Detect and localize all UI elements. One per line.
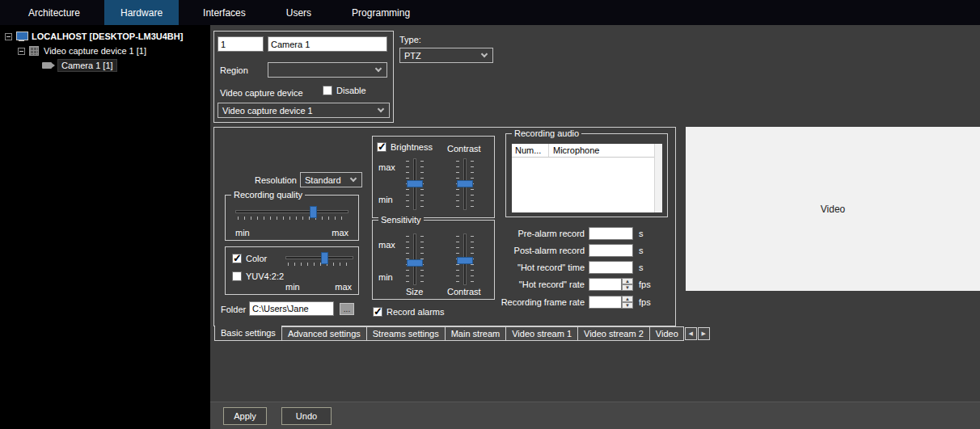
nav-tab-hardware[interactable]: Hardware — [104, 0, 179, 25]
audio-table-header: Num... Microphone — [512, 144, 654, 158]
brightness-checkbox-row[interactable]: Brightness — [377, 142, 433, 152]
min-label: min — [285, 282, 300, 292]
collapse-icon[interactable] — [18, 48, 25, 55]
video-preview-label: Video — [821, 204, 845, 215]
camera-icon — [42, 62, 52, 69]
hot-record-rate-label: "Hot record" rate — [479, 280, 585, 289]
video-capture-device-dropdown[interactable]: Video capture device 1 — [218, 103, 390, 118]
pre-alarm-record-input[interactable] — [589, 227, 633, 240]
color-slider[interactable] — [285, 252, 353, 267]
slider-track[interactable] — [285, 256, 353, 259]
slider-thumb[interactable] — [457, 257, 473, 264]
tab-advanced-settings[interactable]: Advanced settings — [282, 326, 367, 341]
disable-checkbox-row[interactable]: Disable — [323, 86, 366, 95]
type-dropdown[interactable]: PTZ — [399, 48, 493, 63]
sensitivity-contrast-slider[interactable] — [455, 233, 475, 285]
tree-item-localhost[interactable]: LOCALHOST [DESKTOP-LM3U4BH] — [5, 30, 183, 43]
computer-icon — [16, 32, 27, 41]
apply-button[interactable]: Apply — [223, 407, 267, 425]
type-value: PTZ — [404, 51, 421, 61]
max-label: max — [378, 162, 395, 172]
chevron-down-icon — [481, 50, 488, 57]
tree-item-label: Video capture device 1 [1] — [44, 46, 146, 56]
tab-streams-settings[interactable]: Streams settings — [367, 326, 446, 341]
yuv-label: YUV4:2:2 — [246, 271, 284, 281]
tree-item-camera-1[interactable]: Camera 1 [1] — [42, 59, 116, 72]
tab-video[interactable]: Video — [650, 326, 684, 341]
spin-down-icon[interactable]: ▼ — [622, 302, 633, 309]
tab-video-stream-1[interactable]: Video stream 1 — [506, 326, 578, 341]
folder-label: Folder — [221, 305, 246, 314]
folder-input[interactable]: C:\Users\Jane — [249, 301, 334, 316]
slider-thumb[interactable] — [321, 252, 328, 264]
tab-scroll-right-icon[interactable]: ▶ — [698, 327, 710, 340]
hot-record-time-unit: s — [639, 263, 644, 272]
tab-scroll-left-icon[interactable]: ◀ — [685, 327, 697, 340]
recording-audio-table[interactable]: Num... Microphone — [512, 144, 662, 212]
tab-video-stream-2[interactable]: Video stream 2 — [578, 326, 650, 341]
hot-record-rate-unit: fps — [639, 280, 651, 289]
slider-thumb[interactable] — [407, 180, 423, 187]
nav-tab-users[interactable]: Users — [270, 0, 327, 25]
undo-button[interactable]: Undo — [281, 407, 332, 425]
tree-item-video-capture-device[interactable]: Video capture device 1 [1] — [18, 44, 146, 57]
color-checkbox-row[interactable]: Color — [232, 254, 267, 263]
camera-name-input[interactable]: Camera 1 — [268, 36, 387, 52]
contrast-label: Contrast — [447, 144, 481, 154]
contrast-slider[interactable] — [455, 158, 475, 210]
collapse-icon[interactable] — [5, 33, 12, 40]
app-window: Architecture Hardware Interfaces Users P… — [0, 0, 980, 429]
sensitivity-size-slider[interactable] — [405, 233, 425, 285]
capture-device-icon — [29, 46, 39, 56]
hot-record-rate-input[interactable] — [589, 278, 622, 291]
audio-table-scrollbar[interactable] — [654, 144, 662, 212]
sensitivity-group: Sensitivity max min Size Contrast — [372, 220, 495, 300]
post-alarm-record-input[interactable] — [589, 244, 633, 257]
record-alarms-label: Record alarms — [387, 307, 445, 317]
device-tree-sidebar: LOCALHOST [DESKTOP-LM3U4BH] Video captur… — [0, 25, 210, 429]
pre-alarm-record-label: Pre-alarm record — [479, 229, 585, 238]
resolution-label: Resolution — [250, 175, 297, 185]
recording-frame-rate-input[interactable] — [589, 296, 622, 309]
recording-frame-rate-label: Recording frame rate — [479, 297, 585, 307]
brightness-checkbox[interactable] — [377, 142, 387, 152]
spin-down-icon[interactable]: ▼ — [622, 284, 633, 291]
tab-basic-settings[interactable]: Basic settings — [214, 326, 282, 341]
spin-up-icon[interactable]: ▲ — [622, 296, 633, 302]
nav-tab-programming[interactable]: Programming — [336, 0, 426, 25]
brightness-slider[interactable] — [405, 158, 425, 210]
record-alarms-checkbox[interactable] — [373, 307, 382, 317]
slider-thumb[interactable] — [457, 180, 473, 187]
brightness-contrast-group: Brightness Contrast max min — [372, 136, 495, 218]
recording-frame-rate-unit: fps — [639, 297, 651, 307]
slider-thumb[interactable] — [310, 206, 317, 218]
spin-up-icon[interactable]: ▲ — [622, 278, 633, 284]
resolution-dropdown[interactable]: Standard — [300, 172, 362, 187]
video-preview: Video — [686, 127, 980, 291]
camera-settings-panel: Resolution Standard Recording quality mi… — [213, 127, 676, 326]
region-label: Region — [220, 65, 248, 75]
camera-identity-panel: 1 Camera 1 Region Video capture device D… — [213, 31, 394, 123]
color-checkbox[interactable] — [232, 254, 242, 263]
browse-folder-button[interactable]: ... — [340, 303, 354, 315]
recording-quality-slider[interactable] — [235, 206, 348, 221]
slider-ticks — [288, 263, 351, 266]
slider-thumb[interactable] — [407, 259, 423, 267]
record-alarms-checkbox-row[interactable]: Record alarms — [373, 307, 445, 317]
yuv-checkbox-row[interactable]: YUV4:2:2 — [232, 271, 284, 281]
settings-tabstrip: Basic settings Advanced settings Streams… — [214, 326, 710, 341]
min-label: min — [378, 272, 393, 282]
device-value: Video capture device 1 — [222, 106, 313, 116]
region-dropdown[interactable] — [268, 62, 387, 78]
yuv-checkbox[interactable] — [232, 271, 242, 281]
footer-bar: Apply Undo — [210, 402, 980, 429]
tab-main-stream[interactable]: Main stream — [446, 326, 507, 341]
hot-record-time-input[interactable] — [589, 261, 633, 274]
audio-column-microphone: Microphone — [549, 145, 654, 155]
disable-checkbox[interactable] — [323, 86, 332, 95]
type-label: Type: — [399, 35, 421, 44]
nav-tab-interfaces[interactable]: Interfaces — [187, 0, 262, 25]
slider-track[interactable] — [235, 210, 348, 213]
camera-number-input[interactable]: 1 — [218, 36, 264, 52]
nav-tab-architecture[interactable]: Architecture — [12, 0, 96, 25]
